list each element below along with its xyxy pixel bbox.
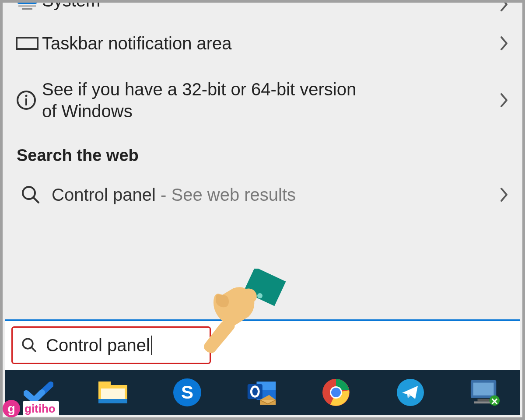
result-taskbar-notification[interactable]: Taskbar notification area [3, 19, 522, 67]
chevron-right-icon [498, 0, 510, 15]
svg-point-26 [331, 388, 341, 397]
svg-point-13 [257, 293, 262, 298]
result-label: System [42, 0, 513, 11]
search-results-panel: System Taskbar notification area [3, 0, 522, 217]
chrome-icon[interactable] [320, 377, 352, 408]
svg-rect-17 [98, 399, 127, 403]
svg-rect-0 [18, 0, 37, 4]
file-explorer-icon[interactable] [97, 377, 129, 408]
svg-point-6 [25, 95, 28, 97]
result-bitness[interactable]: See if you have a 32-bit or 64-bit versi… [3, 67, 522, 133]
chevron-right-icon [498, 184, 510, 205]
section-header-search-web: Search the web [3, 133, 522, 173]
pointing-hand-icon [192, 269, 288, 356]
watermark-text: gitiho [23, 401, 59, 416]
telegram-icon[interactable] [395, 377, 426, 408]
taskbar: S [5, 370, 520, 415]
result-label: See if you have a 32-bit or 64-bit versi… [42, 78, 401, 122]
remote-desktop-icon[interactable] [469, 377, 500, 408]
monitor-icon [16, 0, 42, 11]
watermark: g gitiho [3, 400, 59, 417]
watermark-badge: g [3, 400, 20, 417]
web-result-label: Control panel [52, 185, 156, 204]
svg-rect-1 [20, 0, 35, 2]
svg-rect-3 [22, 8, 32, 10]
svg-rect-7 [25, 98, 27, 105]
svg-line-9 [33, 197, 38, 203]
result-label: Taskbar notification area [42, 32, 513, 54]
chevron-right-icon [498, 90, 510, 111]
window-frame: System Taskbar notification area [0, 0, 525, 420]
svg-rect-30 [477, 399, 489, 402]
web-result-control-panel[interactable]: Control panel - See web results [3, 173, 522, 217]
svg-text:S: S [181, 382, 193, 402]
outlook-icon[interactable] [246, 377, 277, 408]
svg-rect-4 [17, 38, 38, 49]
text-cursor [151, 336, 152, 355]
chevron-right-icon [498, 33, 510, 54]
info-icon [16, 90, 42, 111]
search-icon [19, 336, 40, 354]
search-input-value: Control panel [46, 336, 152, 355]
svg-rect-2 [18, 5, 36, 7]
search-input[interactable]: Control panel [11, 326, 211, 364]
svg-rect-16 [101, 388, 125, 401]
search-icon [20, 184, 52, 205]
rectangle-icon [16, 37, 42, 50]
result-system[interactable]: System [3, 0, 522, 19]
web-result-suffix: - See web results [156, 185, 296, 204]
svg-rect-29 [473, 383, 494, 396]
svg-rect-15 [98, 382, 111, 387]
svg-line-11 [32, 347, 35, 351]
skype-icon[interactable]: S [172, 377, 203, 408]
